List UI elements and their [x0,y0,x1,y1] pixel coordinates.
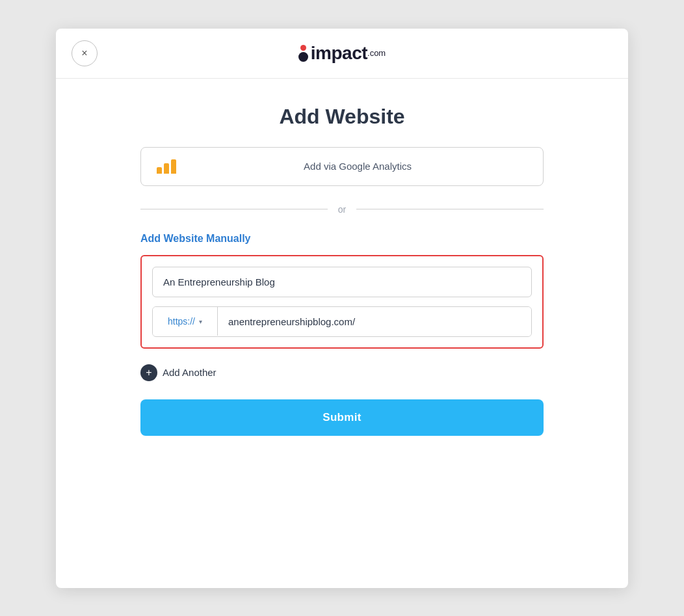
divider-line-left [140,209,328,209]
google-analytics-button-label: Add via Google Analytics [188,161,527,172]
url-row: https:// ▾ [152,306,532,337]
logo-com: .com [367,48,386,58]
logo: impact.com [298,43,386,64]
logo-dot-black [298,52,308,62]
manual-form-box: https:// ▾ [140,255,544,349]
google-analytics-icon [157,159,176,174]
plus-circle-icon: + [140,364,157,381]
logo-dot-red [300,45,306,51]
website-name-input[interactable] [152,267,532,297]
divider-line-right [356,209,544,209]
close-button[interactable]: × [72,40,98,66]
close-icon: × [81,47,87,59]
add-another-label: Add Another [163,367,217,378]
divider-text: or [328,204,356,215]
add-via-google-analytics-button[interactable]: Add via Google Analytics [140,147,544,186]
protocol-label: https:// [168,316,195,327]
protocol-select[interactable]: https:// ▾ [153,307,218,336]
url-input[interactable] [218,307,531,336]
page-title: Add Website [279,105,404,129]
divider: or [140,204,544,215]
logo-text: impact [311,43,367,64]
modal: × impact.com Add Website Add via Google … [56,29,628,588]
add-another-button[interactable]: + Add Another [140,364,544,381]
logo-icon [298,45,308,62]
modal-header: × impact.com [56,29,628,79]
submit-button[interactable]: Submit [140,399,544,436]
chevron-down-icon: ▾ [199,318,202,325]
manual-section-title: Add Website Manually [140,233,544,245]
modal-body: Add Website Add via Google Analytics or … [56,79,628,588]
